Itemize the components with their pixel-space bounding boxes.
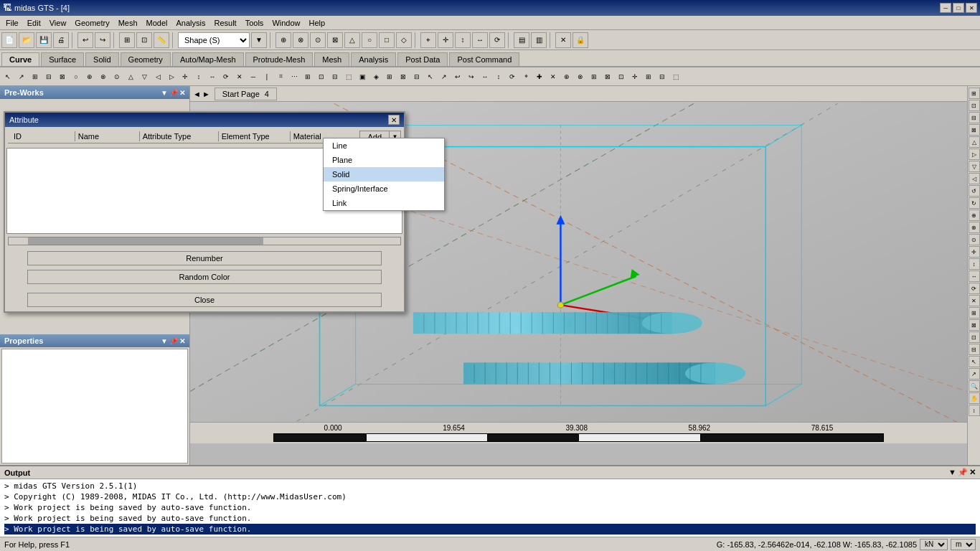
rs-17[interactable]: ⟳	[969, 283, 980, 294]
rs-24[interactable]: ↗	[969, 368, 980, 380]
unit2-dropdown[interactable]: m	[951, 539, 976, 550]
tb2-47[interactable]: ✛	[628, 70, 641, 83]
tool15[interactable]: ▥	[531, 32, 547, 48]
tb2-12[interactable]: ◁	[151, 70, 164, 83]
menu-model[interactable]: Model	[142, 18, 172, 28]
undo-btn[interactable]: ↩	[77, 32, 93, 48]
rs-26[interactable]: ✋	[969, 392, 980, 404]
rs-2[interactable]: ⊡	[969, 100, 980, 111]
rs-20[interactable]: ⊠	[969, 319, 980, 331]
tb2-3[interactable]: ⊞	[29, 70, 42, 83]
tb2-17[interactable]: ⟳	[220, 70, 232, 83]
dropdown-link[interactable]: Link	[324, 196, 444, 210]
menu-window[interactable]: Window	[268, 18, 304, 28]
tb2-39[interactable]: ⌖	[519, 70, 532, 83]
tb2-18[interactable]: ✕	[233, 70, 246, 83]
rs-10[interactable]: ↻	[969, 197, 980, 209]
tb2-1[interactable]: ↖	[1, 70, 14, 83]
open-btn[interactable]: 📂	[19, 32, 34, 48]
rs-11[interactable]: ⊕	[969, 209, 980, 221]
tool3[interactable]: ⊙	[310, 32, 326, 48]
menu-result[interactable]: Result	[210, 18, 241, 28]
tool10[interactable]: ✛	[438, 32, 453, 48]
tb2-5[interactable]: ⊠	[56, 70, 69, 83]
dropdown-line[interactable]: Line	[324, 138, 444, 153]
rs-1[interactable]: ⊞	[969, 88, 980, 99]
rs-12[interactable]: ⊗	[969, 222, 980, 233]
dropdown-plane[interactable]: Plane	[324, 153, 444, 167]
tb2-22[interactable]: ⋯	[288, 70, 301, 83]
tool9[interactable]: ⌖	[420, 32, 436, 48]
rs-23[interactable]: ↖	[969, 356, 980, 367]
rs-13[interactable]: ⊙	[969, 234, 980, 245]
pre-works-collapse[interactable]: ▼	[161, 89, 168, 97]
viewport-prev[interactable]: ◄	[193, 90, 201, 98]
rs-6[interactable]: ▷	[969, 149, 980, 160]
tb2-40[interactable]: ✚	[533, 70, 546, 83]
viewport-next[interactable]: ►	[202, 90, 210, 98]
lock-btn[interactable]: 🔒	[573, 32, 588, 48]
tb2-46[interactable]: ⊡	[615, 70, 628, 83]
tb2-43[interactable]: ⊗	[574, 70, 587, 83]
tool13[interactable]: ⟳	[489, 32, 505, 48]
dialog-close-btn[interactable]: ✕	[388, 115, 400, 125]
rs-19[interactable]: ⊞	[969, 307, 980, 319]
rs-27[interactable]: ↕	[969, 405, 980, 416]
random-color-button[interactable]: Random Color	[27, 270, 381, 284]
tb2-29[interactable]: ⊞	[383, 70, 396, 83]
window-controls-outer-restore[interactable]: □	[953, 3, 964, 13]
tb2-9[interactable]: ⊙	[110, 70, 123, 83]
menu-help[interactable]: Help	[305, 18, 330, 28]
tb2-49[interactable]: ⊟	[656, 70, 669, 83]
rs-7[interactable]: ▽	[969, 161, 980, 172]
tb2-30[interactable]: ⊠	[397, 70, 410, 83]
redo-btn[interactable]: ↪	[95, 32, 110, 48]
tb2-25[interactable]: ⊟	[329, 70, 341, 83]
rs-22[interactable]: ⊟	[969, 344, 980, 355]
tab-geometry[interactable]: Geometry	[121, 52, 171, 66]
pre-works-pin[interactable]: 📌	[169, 89, 178, 97]
tb2-48[interactable]: ⊞	[642, 70, 655, 83]
rs-14[interactable]: ✛	[969, 246, 980, 258]
menu-analysis[interactable]: Analysis	[172, 18, 210, 28]
tb2-13[interactable]: ▷	[165, 70, 178, 83]
tb2-21[interactable]: ⌗	[274, 70, 287, 83]
rs-9[interactable]: ↺	[969, 185, 980, 197]
tb2-15[interactable]: ↕	[192, 70, 205, 83]
tb2-11[interactable]: ▽	[138, 70, 151, 83]
tb2-19[interactable]: ─	[247, 70, 260, 83]
tab-mesh[interactable]: Mesh	[314, 52, 349, 66]
rs-25[interactable]: 🔍	[969, 380, 980, 392]
tb2-26[interactable]: ⬚	[342, 70, 355, 83]
dropdown-spring[interactable]: Spring/Interface	[324, 182, 444, 196]
close-dialog-button[interactable]: Close	[27, 293, 381, 307]
tb2-27[interactable]: ▣	[356, 70, 369, 83]
measure-btn[interactable]: 📏	[154, 32, 169, 48]
renumber-button[interactable]: Renumber	[27, 251, 381, 265]
tb2-24[interactable]: ⊡	[315, 70, 328, 83]
tb2-32[interactable]: ↖	[424, 70, 437, 83]
tb2-28[interactable]: ◈	[369, 70, 382, 83]
tab-surface[interactable]: Surface	[41, 52, 84, 66]
viewport-tab-startpage[interactable]: Start Page 4	[215, 88, 277, 100]
output-pin[interactable]: 📌	[958, 468, 968, 477]
properties-pin[interactable]: 📌	[169, 337, 178, 345]
shape-btn[interactable]: ▼	[251, 32, 267, 48]
tool14[interactable]: ▤	[514, 32, 529, 48]
properties-close[interactable]: ✕	[179, 337, 185, 345]
rs-5[interactable]: △	[969, 136, 980, 148]
tool6[interactable]: ○	[362, 32, 377, 48]
tb2-16[interactable]: ↔	[206, 70, 219, 83]
tb2-10[interactable]: △	[124, 70, 137, 83]
tb2-37[interactable]: ↕	[492, 70, 505, 83]
tab-curve[interactable]: Curve	[1, 52, 39, 66]
menu-mesh[interactable]: Mesh	[114, 18, 142, 28]
tb2-33[interactable]: ↗	[438, 70, 451, 83]
tool2[interactable]: ⊗	[293, 32, 308, 48]
menu-view[interactable]: View	[45, 18, 71, 28]
rs-18[interactable]: ✕	[969, 295, 980, 306]
menu-geometry[interactable]: Geometry	[70, 18, 113, 28]
tab-protrude-mesh[interactable]: Protrude-Mesh	[245, 52, 314, 66]
tool4[interactable]: ⊠	[327, 32, 343, 48]
tab-analysis[interactable]: Analysis	[351, 52, 396, 66]
